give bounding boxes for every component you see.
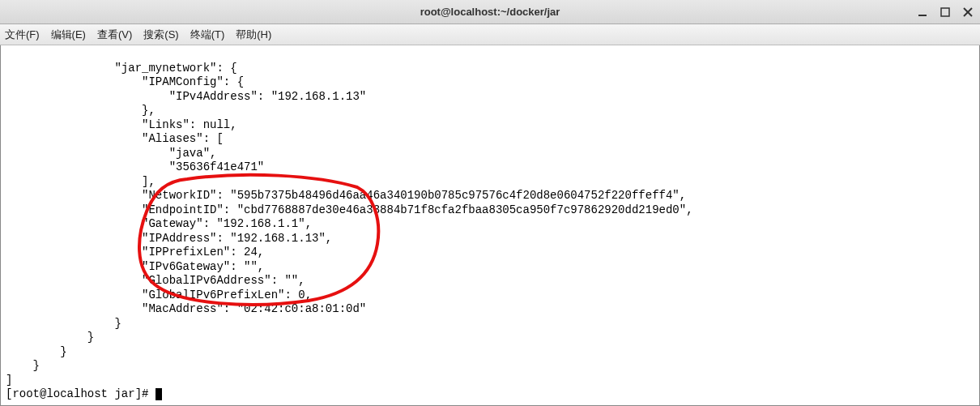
output-line: }: [6, 345, 67, 358]
output-line: "35636f41e471": [6, 160, 264, 173]
output-line: },: [6, 104, 156, 117]
menu-help[interactable]: 帮助(H): [236, 28, 271, 42]
terminal-prompt: [root@localhost jar]#: [6, 387, 156, 400]
menu-terminal[interactable]: 终端(T): [190, 28, 225, 42]
window-controls: [917, 6, 974, 18]
output-line: ],: [6, 175, 156, 188]
output-line: "Gateway": "192.168.1.1",: [6, 217, 312, 230]
output-line: "IPv4Address": "192.168.1.13": [6, 90, 366, 103]
menu-search[interactable]: 搜索(S): [143, 28, 178, 42]
output-line: "MacAddress": "02:42:c0:a8:01:0d": [6, 302, 366, 315]
output-line: }: [6, 331, 94, 344]
terminal-area[interactable]: "jar_mynetwork": { "IPAMConfig": { "IPv4…: [0, 45, 980, 406]
output-line: "jar_mynetwork": {: [6, 62, 237, 75]
output-line: "java",: [6, 147, 216, 160]
terminal-cursor: [156, 388, 162, 400]
output-line: }: [6, 359, 40, 372]
menu-view[interactable]: 查看(V): [97, 28, 132, 42]
output-line: "IPAMConfig": {: [6, 75, 244, 88]
close-button[interactable]: [962, 6, 974, 18]
menu-bar: 文件(F) 编辑(E) 查看(V) 搜索(S) 终端(T) 帮助(H): [0, 24, 980, 45]
menu-file[interactable]: 文件(F): [5, 28, 40, 42]
output-line: "IPv6Gateway": "",: [6, 260, 264, 273]
minimize-button[interactable]: [917, 6, 928, 18]
window-title: root@localhost:~/docker/jar: [420, 6, 560, 18]
terminal-output: "jar_mynetwork": { "IPAMConfig": { "IPv4…: [1, 45, 979, 404]
output-line: "IPPrefixLen": 24,: [6, 246, 264, 259]
output-line: "EndpointID": "cbd7768887de30e46a33884b7…: [6, 203, 693, 216]
maximize-button[interactable]: [940, 6, 951, 18]
output-line: }: [6, 317, 121, 330]
output-line: "Aliases": [: [6, 132, 224, 145]
svg-rect-1: [941, 8, 949, 16]
menu-edit[interactable]: 编辑(E): [51, 28, 86, 42]
output-line: "GlobalIPv6Address": "",: [6, 274, 305, 287]
output-line: ]: [6, 374, 12, 387]
output-line: "GlobalIPv6PrefixLen": 0,: [6, 288, 312, 301]
output-line: "Links": null,: [6, 118, 237, 131]
output-line: "NetworkID": "595b7375b48496d46aa46a3401…: [6, 189, 686, 202]
window-titlebar: root@localhost:~/docker/jar: [0, 0, 980, 24]
output-line: "IPAddress": "192.168.1.13",: [6, 232, 332, 245]
